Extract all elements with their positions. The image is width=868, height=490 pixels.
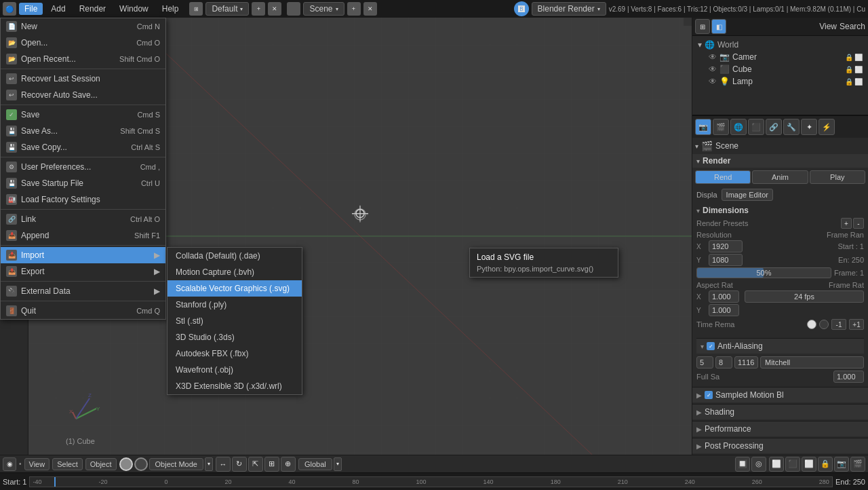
import-fbx[interactable]: Autodesk FBX (.fbx) (167, 345, 302, 362)
aa-val3[interactable] (734, 356, 758, 369)
import-3ds[interactable]: 3D Studio (.3ds) (167, 329, 302, 345)
import-svg[interactable]: Scalable Vector Graphics (.svg) (167, 280, 302, 297)
constraints-icon[interactable]: 🔗 (766, 119, 782, 135)
view-menu-btn[interactable]: View (24, 458, 50, 470)
menu-quit[interactable]: 🚪 Quit Cmd Q (1, 303, 165, 319)
camera-view-icon[interactable]: 📷 (834, 457, 849, 472)
stepper-minus-1[interactable]: -1 (831, 319, 846, 330)
outliner-item-camera[interactable]: 👁 📷 Camer 🔒 ⬜ (706, 51, 865, 63)
menu-file[interactable]: File (19, 3, 43, 15)
render-view-icon[interactable]: 🎬 (850, 457, 865, 472)
lamp-restrict-2[interactable]: ⬜ (854, 78, 863, 86)
outliner-item-cube[interactable]: 👁 ⬛ Cube 🔒 ⬜ (706, 63, 865, 75)
aspect-x-input[interactable] (709, 290, 739, 303)
rotate-icon[interactable]: ↻ (232, 457, 247, 472)
menu-external-data[interactable]: 🔌 External Data ▶ (1, 283, 165, 299)
outliner-icon-2[interactable]: ◧ (711, 19, 726, 34)
full-sa-input[interactable] (833, 371, 864, 383)
remove-scene-btn[interactable]: ✕ (363, 2, 377, 16)
preset-add-btn[interactable]: + (841, 218, 852, 229)
shading-section[interactable]: ▶ Shading (692, 404, 868, 419)
import-obj[interactable]: Wavefront (.obj) (167, 362, 302, 378)
anim-btn[interactable]: Anim (752, 170, 808, 184)
menu-load-factory[interactable]: 🏭 Load Factory Settings (1, 191, 165, 208)
layer-icon[interactable]: ⬜ (769, 457, 784, 472)
sampled-motion-header[interactable]: ▶ ✓ Sampled Motion Bl (692, 387, 868, 402)
mode-dropdown-arrow[interactable]: ▾ (205, 457, 213, 471)
menu-import[interactable]: 📥 Import ▶ Collada (Default) (.dae) Moti… (1, 247, 165, 263)
close-workspace-btn[interactable]: ✕ (268, 2, 281, 16)
post-processing-section[interactable]: ▶ Post Processing (692, 438, 868, 453)
cube-restrict-1[interactable]: 🔒 (845, 66, 853, 73)
res-y-input[interactable] (709, 254, 743, 266)
add-scene-btn[interactable]: + (347, 2, 361, 16)
menu-save[interactable]: ✓ Save Cmd S (1, 107, 165, 123)
global-dropdown-arrow[interactable]: ▾ (334, 457, 342, 471)
global-dropdown[interactable]: Global (298, 458, 332, 470)
menu-link[interactable]: 🔗 Link Ctrl Alt O (1, 211, 165, 227)
menu-open[interactable]: 📂 Open... Cmd O (1, 35, 165, 51)
modifiers-icon[interactable]: 🔧 (783, 119, 800, 135)
viewport-dot[interactable]: • (19, 460, 22, 468)
menu-help[interactable]: Help (157, 3, 184, 15)
import-stanford[interactable]: Stanford (.ply) (167, 297, 302, 313)
outliner-item-lamp[interactable]: 👁 💡 Lamp 🔒 ⬜ (706, 75, 865, 88)
particles-icon[interactable]: ✦ (801, 119, 817, 135)
viewport-mode-icon[interactable]: ◉ (3, 457, 16, 471)
snap-icon[interactable]: 🔲 (735, 457, 750, 472)
camera-restrict-1[interactable]: 🔒 (845, 54, 853, 61)
cube-restrict-2[interactable]: ⬜ (854, 66, 863, 73)
menu-add[interactable]: Add (45, 3, 71, 15)
menu-recover-last[interactable]: ↩ Recover Last Session (1, 71, 165, 87)
menu-window[interactable]: Window (114, 3, 154, 15)
timeline-ruler[interactable]: -40 -20 0 20 40 80 100 140 180 210 240 2… (29, 476, 832, 487)
outliner-icon-1[interactable]: ⊞ (695, 19, 710, 34)
object-mode-dropdown[interactable]: Object Mode (149, 458, 203, 470)
lock-icon[interactable]: 🔒 (818, 457, 833, 472)
outliner-world-item[interactable]: ▾ 🌐 World (695, 39, 865, 51)
select-menu-btn[interactable]: Select (52, 458, 83, 470)
render-btn[interactable]: Rend (695, 170, 751, 184)
import-collada[interactable]: Collada (Default) (.dae) (167, 248, 302, 264)
camera-restrict-2[interactable]: ⬜ (854, 54, 863, 61)
render-section-header[interactable]: ▾ Render (692, 154, 868, 168)
world-props-icon[interactable]: 🌐 (730, 119, 747, 135)
menu-recover-auto[interactable]: ↩ Recover Auto Save... (1, 87, 165, 103)
layer-icon-2[interactable]: ⬛ (785, 457, 800, 472)
proportional-icon[interactable]: ◎ (751, 457, 766, 472)
shading-header[interactable]: ▶ Shading (692, 404, 868, 419)
display-value[interactable]: Image Editor (722, 189, 773, 201)
performance-header[interactable]: ▶ Performance (692, 421, 868, 436)
performance-section[interactable]: ▶ Performance (692, 421, 868, 436)
scene-dropdown[interactable]: Scene▾ (303, 2, 344, 16)
post-processing-header[interactable]: ▶ Post Processing (692, 438, 868, 453)
menu-save-copy[interactable]: 💾 Save Copy... Ctrl Alt S (1, 139, 165, 155)
object-menu-btn[interactable]: Object (85, 458, 117, 470)
aa-val1[interactable] (696, 356, 713, 369)
time-dot-dark[interactable] (819, 320, 829, 329)
menu-save-as[interactable]: 💾 Save As... Shift Cmd S (1, 123, 165, 139)
stepper-plus-1[interactable]: +1 (849, 319, 864, 330)
manipulator-icon[interactable]: ⊕ (281, 457, 296, 472)
menu-save-startup[interactable]: 💾 Save Startup File Ctrl U (1, 175, 165, 191)
render-props-icon[interactable]: 📷 (695, 119, 711, 135)
aspect-y-input[interactable] (709, 304, 739, 316)
menu-render[interactable]: Render (74, 3, 111, 15)
view-btn[interactable]: View (819, 22, 837, 31)
transform-icon[interactable]: ⊞ (264, 457, 279, 472)
add-workspace-btn[interactable]: + (252, 2, 265, 16)
preset-remove-btn[interactable]: - (853, 218, 864, 229)
layer-icon-3[interactable]: ⬜ (802, 457, 816, 472)
aa-val2[interactable] (715, 356, 732, 369)
translate-icon[interactable]: ↔ (216, 457, 231, 472)
sampled-motion-section[interactable]: ▶ ✓ Sampled Motion Bl (692, 387, 868, 402)
menu-open-recent[interactable]: 📂 Open Recent... Shift Cmd O (1, 51, 165, 67)
sampled-motion-check[interactable]: ✓ (705, 391, 713, 399)
physics-icon[interactable]: ⚡ (818, 119, 835, 135)
lamp-restrict-1[interactable]: 🔒 (845, 78, 853, 86)
time-dot-white[interactable] (807, 320, 816, 329)
menu-user-prefs[interactable]: ⚙ User Preferences... Cmd , (1, 159, 165, 175)
import-stl[interactable]: Stl (.stl) (167, 313, 302, 329)
menu-export[interactable]: 📤 Export ▶ (1, 263, 165, 280)
render-engine-dropdown[interactable]: Blender Render▾ (532, 2, 606, 16)
